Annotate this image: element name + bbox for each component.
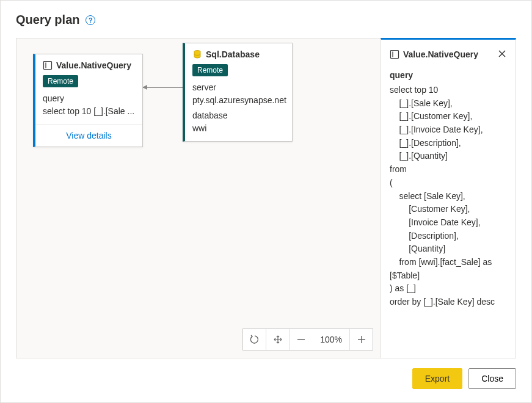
detail-query-label: query (390, 70, 507, 80)
content-area: Value.NativeQuery Remote query select to… (16, 38, 516, 358)
plan-canvas[interactable]: Value.NativeQuery Remote query select to… (16, 38, 381, 358)
fit-view-button[interactable] (266, 329, 290, 350)
node-title: Sql.Database (206, 49, 260, 59)
query-preview: select top 10 [_].[Sale ... (43, 105, 135, 118)
server-value: pty.sql.azuresynapse.net (192, 94, 285, 107)
zoom-out-button[interactable] (290, 329, 313, 350)
query-icon (43, 60, 53, 70)
node-body: query select top 10 [_].[Sale ... (35, 92, 142, 124)
detail-header: Value.NativeQuery (390, 48, 507, 60)
server-label: server (192, 81, 285, 94)
svg-rect-0 (44, 62, 52, 70)
dialog-footer: Export Close (16, 368, 516, 389)
zoom-percent: 100% (313, 329, 349, 350)
node-header: Value.NativeQuery (35, 54, 142, 74)
detail-title: Value.NativeQuery (403, 49, 478, 59)
reset-view-button[interactable] (243, 329, 266, 350)
node-sql-database[interactable]: Sql.Database Remote server pty.sql.azure… (183, 43, 293, 142)
node-title: Value.NativeQuery (56, 60, 131, 70)
detail-title-row: Value.NativeQuery (390, 49, 478, 59)
query-icon (390, 49, 399, 59)
database-icon (192, 49, 202, 59)
page-title: Query plan (16, 13, 79, 27)
remote-badge: Remote (192, 64, 228, 76)
view-details-link[interactable]: View details (35, 124, 142, 147)
zoom-in-button[interactable] (349, 329, 373, 350)
node-native-query[interactable]: Value.NativeQuery Remote query select to… (33, 54, 143, 147)
detail-query-text: select top 10 [_].[Sale Key], [_].[Custo… (390, 84, 507, 309)
export-button[interactable]: Export (412, 368, 462, 389)
help-icon[interactable]: ? (86, 15, 95, 25)
database-value: wwi (192, 122, 285, 135)
dialog-header: Query plan ? (16, 13, 516, 27)
connector-arrow (143, 87, 183, 88)
detail-panel: Value.NativeQuery query select top 10 [_… (381, 38, 516, 358)
node-header: Sql.Database (185, 43, 292, 63)
svg-rect-6 (391, 51, 399, 59)
close-button[interactable]: Close (468, 368, 516, 389)
zoom-toolbar: 100% (242, 329, 373, 350)
node-body: server pty.sql.azuresynapse.net database… (185, 81, 292, 141)
query-label: query (43, 92, 135, 105)
remote-badge: Remote (43, 75, 78, 87)
database-label: database (192, 109, 285, 122)
close-panel-button[interactable] (497, 48, 507, 60)
